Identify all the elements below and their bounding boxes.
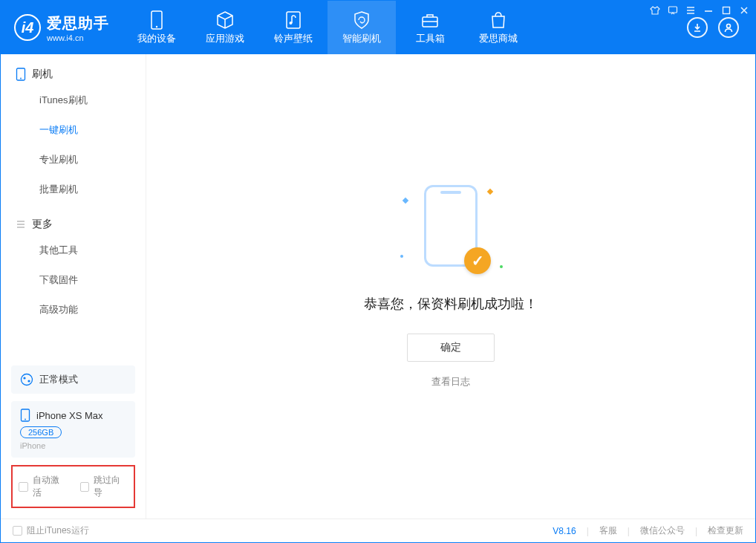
maximize-icon[interactable] xyxy=(721,5,731,19)
sidebar-section-more: 更多 xyxy=(1,204,146,235)
checkmark-badge-icon: ✓ xyxy=(464,247,491,274)
sidebar-item-other-tools[interactable]: 其他工具 xyxy=(1,235,146,265)
nav-label: 爱思商城 xyxy=(479,32,518,45)
nav-label: 智能刷机 xyxy=(342,32,381,45)
view-log-link[interactable]: 查看日志 xyxy=(431,375,470,388)
phone-icon xyxy=(16,68,26,81)
checkbox-block-itunes[interactable]: 阻止iTunes运行 xyxy=(13,524,89,537)
svg-point-5 xyxy=(727,25,731,28)
svg-point-14 xyxy=(25,419,26,420)
sidebar-section-flash: 刷机 xyxy=(1,54,146,85)
checkbox-skip-guide[interactable]: 跳过向导 xyxy=(80,474,128,499)
sidebar-item-itunes-flash[interactable]: iTunes刷机 xyxy=(1,85,146,115)
footer: 阻止iTunes运行 V8.16 | 客服 | 微信公众号 | 检查更新 xyxy=(1,518,755,542)
music-file-icon xyxy=(284,10,303,30)
svg-point-11 xyxy=(23,377,25,379)
svg-rect-2 xyxy=(287,12,300,28)
wechat-link[interactable]: 微信公众号 xyxy=(640,524,685,537)
window-controls xyxy=(650,5,749,19)
top-nav: 我的设备 应用游戏 铃声壁纸 智能刷机 工具箱 爱思商城 xyxy=(123,1,532,54)
shopping-bag-icon xyxy=(489,10,508,30)
svg-point-9 xyxy=(20,78,22,79)
success-message: 恭喜您，保资料刷机成功啦！ xyxy=(364,295,538,313)
device-mode[interactable]: 正常模式 xyxy=(11,365,135,394)
logo-icon: i4 xyxy=(14,14,41,41)
version-label: V8.16 xyxy=(553,526,576,536)
svg-point-10 xyxy=(22,374,33,386)
sidebar-item-pro-flash[interactable]: 专业刷机 xyxy=(1,145,146,175)
toolbox-icon xyxy=(420,10,440,30)
nav-store[interactable]: 爱思商城 xyxy=(464,1,532,54)
app-title: 爱思助手 xyxy=(47,13,109,33)
svg-point-12 xyxy=(27,380,30,382)
device-capacity: 256GB xyxy=(20,426,62,438)
nav-toolbox[interactable]: 工具箱 xyxy=(396,1,464,54)
nav-apps-games[interactable]: 应用游戏 xyxy=(191,1,259,54)
svg-point-1 xyxy=(156,25,157,27)
mode-icon xyxy=(20,373,33,386)
sidebar-item-advanced[interactable]: 高级功能 xyxy=(1,295,146,325)
app-subtitle: www.i4.cn xyxy=(47,33,109,42)
nav-label: 铃声壁纸 xyxy=(274,32,313,45)
nav-ringtone-wallpaper[interactable]: 铃声壁纸 xyxy=(259,1,328,54)
sidebar-item-oneclick-flash[interactable]: 一键刷机 xyxy=(1,115,146,145)
phone-icon xyxy=(20,409,30,422)
minimize-icon[interactable] xyxy=(703,5,714,19)
body: 刷机 iTunes刷机 一键刷机 专业刷机 批量刷机 更多 其他工具 下载固件 … xyxy=(1,54,755,518)
sidebar-item-batch-flash[interactable]: 批量刷机 xyxy=(1,175,146,204)
cube-icon xyxy=(215,10,235,30)
svg-rect-6 xyxy=(669,7,677,13)
device-type: iPhone xyxy=(20,441,126,450)
support-link[interactable]: 客服 xyxy=(599,524,617,537)
success-illustration: ✓ xyxy=(399,185,503,274)
ok-button[interactable]: 确定 xyxy=(407,334,495,362)
menu-icon[interactable] xyxy=(685,5,696,19)
main-content: ✓ 恭喜您，保资料刷机成功啦！ 确定 查看日志 xyxy=(146,54,755,518)
logo: i4 爱思助手 www.i4.cn xyxy=(1,1,123,54)
device-card[interactable]: iPhone XS Max 256GB iPhone xyxy=(11,401,135,458)
nav-my-device[interactable]: 我的设备 xyxy=(123,1,191,54)
shirt-icon[interactable] xyxy=(650,5,660,19)
svg-point-3 xyxy=(290,22,293,25)
device-icon xyxy=(147,10,166,30)
header: i4 爱思助手 www.i4.cn 我的设备 应用游戏 铃声壁纸 智能刷机 xyxy=(1,1,755,54)
nav-label: 应用游戏 xyxy=(206,32,244,45)
svg-rect-7 xyxy=(723,7,730,14)
close-icon[interactable] xyxy=(739,5,749,19)
check-update-link[interactable]: 检查更新 xyxy=(708,524,743,537)
nav-label: 我的设备 xyxy=(137,32,176,45)
download-button[interactable] xyxy=(687,17,708,38)
app-window: i4 爱思助手 www.i4.cn 我的设备 应用游戏 铃声壁纸 智能刷机 xyxy=(0,0,756,543)
nav-smart-flash[interactable]: 智能刷机 xyxy=(328,1,396,54)
sidebar: 刷机 iTunes刷机 一键刷机 专业刷机 批量刷机 更多 其他工具 下载固件 … xyxy=(1,54,146,518)
shield-refresh-icon xyxy=(352,10,371,30)
user-button[interactable] xyxy=(718,17,739,38)
flash-options-highlighted: 自动激活 跳过向导 xyxy=(11,465,135,508)
feedback-icon[interactable] xyxy=(668,5,678,19)
list-icon xyxy=(16,219,26,230)
sidebar-item-download-firmware[interactable]: 下载固件 xyxy=(1,265,146,295)
nav-label: 工具箱 xyxy=(416,32,445,45)
checkbox-auto-activate[interactable]: 自动激活 xyxy=(19,474,67,499)
device-name: iPhone XS Max xyxy=(36,410,103,421)
